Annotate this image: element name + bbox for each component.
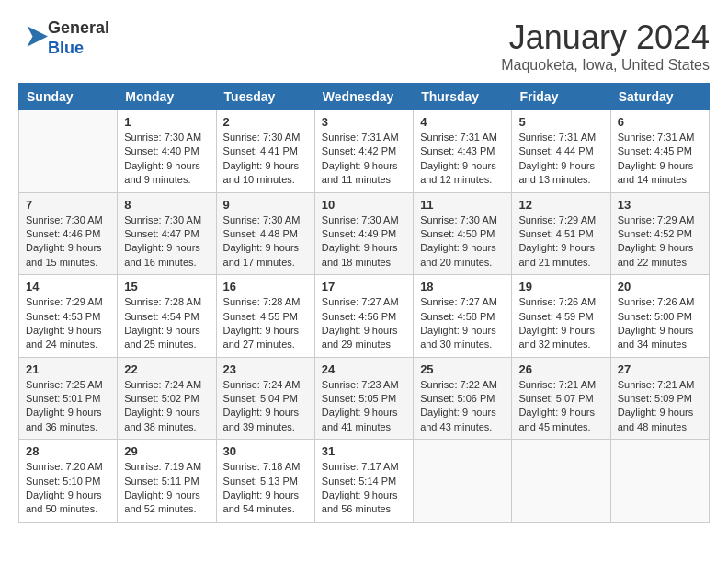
day-info: Sunrise: 7:17 AM Sunset: 5:14 PM Dayligh… xyxy=(322,460,406,517)
day-number: 24 xyxy=(322,362,406,376)
logo-line1: General xyxy=(48,18,109,37)
calendar-cell: 25Sunrise: 7:22 AM Sunset: 5:06 PM Dayli… xyxy=(414,357,512,440)
column-header-monday: Monday xyxy=(118,84,216,110)
calendar-cell: 26Sunrise: 7:21 AM Sunset: 5:07 PM Dayli… xyxy=(512,357,610,440)
column-header-wednesday: Wednesday xyxy=(314,84,413,110)
calendar-cell: 31Sunrise: 7:17 AM Sunset: 5:14 PM Dayli… xyxy=(314,440,413,523)
calendar-cell: 1Sunrise: 7:30 AM Sunset: 4:40 PM Daylig… xyxy=(118,110,216,193)
day-info: Sunrise: 7:24 AM Sunset: 5:04 PM Dayligh… xyxy=(223,378,308,435)
day-number: 19 xyxy=(518,280,603,293)
calendar-cell: 27Sunrise: 7:21 AM Sunset: 5:09 PM Dayli… xyxy=(610,357,709,440)
day-info: Sunrise: 7:31 AM Sunset: 4:42 PM Dayligh… xyxy=(322,131,406,188)
day-number: 6 xyxy=(618,115,702,129)
day-info: Sunrise: 7:27 AM Sunset: 4:56 PM Dayligh… xyxy=(322,295,406,352)
day-number: 11 xyxy=(420,198,505,212)
day-number: 31 xyxy=(322,444,406,458)
calendar-cell: 20Sunrise: 7:26 AM Sunset: 5:00 PM Dayli… xyxy=(610,275,709,358)
day-info: Sunrise: 7:30 AM Sunset: 4:48 PM Dayligh… xyxy=(223,213,308,270)
week-row-1: 1Sunrise: 7:30 AM Sunset: 4:40 PM Daylig… xyxy=(19,110,710,193)
day-number: 16 xyxy=(223,280,308,293)
day-info: Sunrise: 7:29 AM Sunset: 4:52 PM Dayligh… xyxy=(618,213,702,270)
day-number: 18 xyxy=(420,280,505,293)
calendar-cell: 11Sunrise: 7:30 AM Sunset: 4:50 PM Dayli… xyxy=(414,192,512,275)
day-number: 1 xyxy=(124,115,209,129)
week-row-2: 7Sunrise: 7:30 AM Sunset: 4:46 PM Daylig… xyxy=(19,192,710,275)
day-number: 10 xyxy=(322,198,406,212)
calendar-header: SundayMondayTuesdayWednesdayThursdayFrid… xyxy=(19,84,710,110)
day-number: 7 xyxy=(26,198,110,212)
calendar-cell: 19Sunrise: 7:26 AM Sunset: 4:59 PM Dayli… xyxy=(512,275,610,358)
day-info: Sunrise: 7:31 AM Sunset: 4:44 PM Dayligh… xyxy=(518,131,603,188)
day-info: Sunrise: 7:26 AM Sunset: 4:59 PM Dayligh… xyxy=(518,295,603,352)
day-number: 28 xyxy=(26,444,110,458)
day-info: Sunrise: 7:31 AM Sunset: 4:43 PM Dayligh… xyxy=(420,131,505,188)
day-info: Sunrise: 7:28 AM Sunset: 4:55 PM Dayligh… xyxy=(223,295,308,352)
day-number: 21 xyxy=(26,362,110,376)
calendar-cell xyxy=(512,440,610,523)
day-info: Sunrise: 7:28 AM Sunset: 4:54 PM Dayligh… xyxy=(124,295,209,352)
day-number: 22 xyxy=(124,362,209,376)
day-number: 23 xyxy=(223,362,308,376)
day-number: 27 xyxy=(618,362,702,376)
day-number: 8 xyxy=(124,198,209,212)
column-header-tuesday: Tuesday xyxy=(216,84,314,110)
day-info: Sunrise: 7:29 AM Sunset: 4:53 PM Dayligh… xyxy=(26,295,110,352)
day-info: Sunrise: 7:21 AM Sunset: 5:07 PM Dayligh… xyxy=(518,378,603,435)
day-number: 2 xyxy=(223,115,308,129)
calendar-cell: 4Sunrise: 7:31 AM Sunset: 4:43 PM Daylig… xyxy=(414,110,512,193)
calendar-cell: 21Sunrise: 7:25 AM Sunset: 5:01 PM Dayli… xyxy=(19,357,118,440)
calendar-cell: 24Sunrise: 7:23 AM Sunset: 5:05 PM Dayli… xyxy=(314,357,413,440)
calendar-cell: 29Sunrise: 7:19 AM Sunset: 5:11 PM Dayli… xyxy=(118,440,216,523)
day-info: Sunrise: 7:26 AM Sunset: 5:00 PM Dayligh… xyxy=(618,295,702,352)
day-info: Sunrise: 7:30 AM Sunset: 4:40 PM Dayligh… xyxy=(124,131,209,188)
day-info: Sunrise: 7:24 AM Sunset: 5:02 PM Dayligh… xyxy=(124,378,209,435)
day-info: Sunrise: 7:30 AM Sunset: 4:50 PM Dayligh… xyxy=(420,213,505,270)
calendar-cell: 13Sunrise: 7:29 AM Sunset: 4:52 PM Dayli… xyxy=(610,192,709,275)
day-info: Sunrise: 7:29 AM Sunset: 4:51 PM Dayligh… xyxy=(518,213,603,270)
column-header-sunday: Sunday xyxy=(19,84,118,110)
calendar-body: 1Sunrise: 7:30 AM Sunset: 4:40 PM Daylig… xyxy=(19,110,710,523)
day-info: Sunrise: 7:30 AM Sunset: 4:47 PM Dayligh… xyxy=(124,213,209,270)
week-row-5: 28Sunrise: 7:20 AM Sunset: 5:10 PM Dayli… xyxy=(19,440,710,523)
day-number: 17 xyxy=(322,280,406,293)
column-header-friday: Friday xyxy=(512,84,610,110)
page-header: General Blue January 2024 Maquoketa, Iow… xyxy=(18,18,710,74)
column-header-thursday: Thursday xyxy=(414,84,512,110)
day-number: 15 xyxy=(124,280,209,293)
day-number: 4 xyxy=(420,115,505,129)
calendar-cell: 5Sunrise: 7:31 AM Sunset: 4:44 PM Daylig… xyxy=(512,110,610,193)
day-number: 25 xyxy=(420,362,505,376)
day-number: 29 xyxy=(124,444,209,458)
calendar-cell: 30Sunrise: 7:18 AM Sunset: 5:13 PM Dayli… xyxy=(216,440,314,523)
logo-icon xyxy=(20,25,48,48)
day-info: Sunrise: 7:30 AM Sunset: 4:46 PM Dayligh… xyxy=(26,213,110,270)
page-subtitle: Maquoketa, Iowa, United States xyxy=(501,57,710,74)
calendar-cell xyxy=(610,440,709,523)
svg-marker-0 xyxy=(28,26,49,47)
calendar-cell: 23Sunrise: 7:24 AM Sunset: 5:04 PM Dayli… xyxy=(216,357,314,440)
calendar-cell: 6Sunrise: 7:31 AM Sunset: 4:45 PM Daylig… xyxy=(610,110,709,193)
day-info: Sunrise: 7:27 AM Sunset: 4:58 PM Dayligh… xyxy=(420,295,505,352)
day-number: 5 xyxy=(518,115,603,129)
day-info: Sunrise: 7:23 AM Sunset: 5:05 PM Dayligh… xyxy=(322,378,406,435)
calendar-cell: 10Sunrise: 7:30 AM Sunset: 4:49 PM Dayli… xyxy=(314,192,413,275)
day-info: Sunrise: 7:30 AM Sunset: 4:49 PM Dayligh… xyxy=(322,213,406,270)
calendar-cell: 14Sunrise: 7:29 AM Sunset: 4:53 PM Dayli… xyxy=(19,275,118,358)
day-number: 12 xyxy=(518,198,603,212)
day-number: 13 xyxy=(618,198,702,212)
calendar-cell: 3Sunrise: 7:31 AM Sunset: 4:42 PM Daylig… xyxy=(314,110,413,193)
day-info: Sunrise: 7:20 AM Sunset: 5:10 PM Dayligh… xyxy=(26,460,110,517)
day-info: Sunrise: 7:31 AM Sunset: 4:45 PM Dayligh… xyxy=(618,131,702,188)
logo-text: General Blue xyxy=(48,18,109,58)
column-header-saturday: Saturday xyxy=(610,84,709,110)
day-number: 26 xyxy=(518,362,603,376)
day-number: 9 xyxy=(223,198,308,212)
calendar-cell: 9Sunrise: 7:30 AM Sunset: 4:48 PM Daylig… xyxy=(216,192,314,275)
title-section: January 2024 Maquoketa, Iowa, United Sta… xyxy=(501,18,710,74)
logo: General Blue xyxy=(18,18,109,58)
calendar-table: SundayMondayTuesdayWednesdayThursdayFrid… xyxy=(18,83,710,523)
calendar-cell: 2Sunrise: 7:30 AM Sunset: 4:41 PM Daylig… xyxy=(216,110,314,193)
page-title: January 2024 xyxy=(501,18,710,57)
calendar-cell: 7Sunrise: 7:30 AM Sunset: 4:46 PM Daylig… xyxy=(19,192,118,275)
day-info: Sunrise: 7:19 AM Sunset: 5:11 PM Dayligh… xyxy=(124,460,209,517)
